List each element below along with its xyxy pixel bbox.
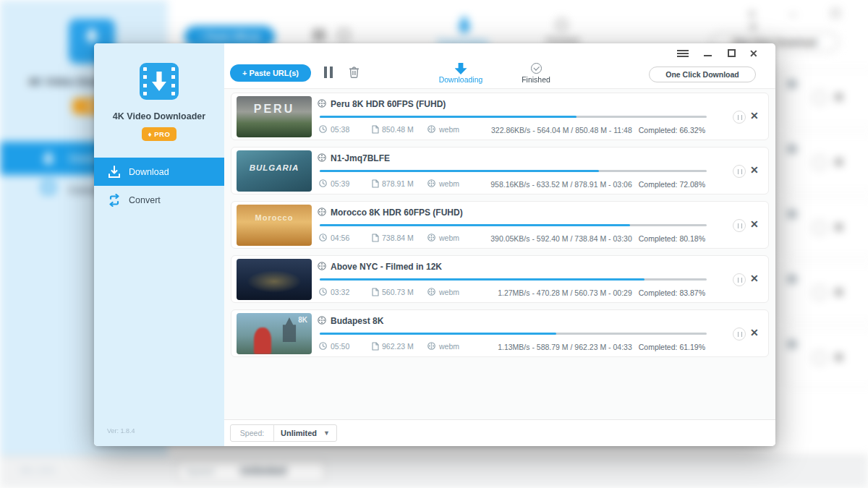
download-row: 8K Budapest 8K 05:50 962.23 M webm 1.13M… bbox=[231, 309, 769, 357]
tab-label: Downloading bbox=[428, 75, 493, 84]
minimize-icon[interactable] bbox=[704, 48, 712, 56]
clock-icon bbox=[319, 179, 327, 187]
download-stats: 958.16KB/s - 633.52 M / 878.91 M - 03:06… bbox=[490, 180, 705, 189]
sidebar-item-download[interactable]: Download bbox=[94, 158, 224, 186]
pause-button[interactable] bbox=[733, 273, 746, 286]
bg-download-row: ✕ bbox=[783, 69, 868, 126]
download-row: BULGARIA N1-Jmq7BLFE 05:39 878.91 M webm… bbox=[231, 147, 769, 194]
progress-fill bbox=[320, 333, 556, 335]
speed-progress-text: 1.27MB/s - 470.28 M / 560.73 M - 00:29 bbox=[498, 288, 632, 297]
toolbar: + Paste URL(s) Downloading Finished bbox=[224, 61, 775, 88]
completed-percent: Completed: 61.19% bbox=[639, 343, 705, 351]
download-row: PERU Peru 8K HDR 60FPS (FUHD) 05:38 850.… bbox=[231, 93, 769, 140]
clock-icon bbox=[319, 342, 327, 350]
main-area: ✕ + Paste URL(s) Downloading bbox=[224, 43, 775, 446]
download-list: PERU Peru 8K HDR 60FPS (FUHD) 05:38 850.… bbox=[224, 88, 775, 419]
maximize-icon[interactable] bbox=[728, 49, 736, 57]
pause-button[interactable] bbox=[733, 328, 746, 341]
one-click-download-button[interactable]: One Click Download bbox=[649, 67, 756, 82]
speed-progress-text: 1.13MB/s - 588.79 M / 962.23 M - 04:33 bbox=[498, 343, 632, 351]
thumbnail-label: PERU bbox=[237, 103, 312, 116]
clock-icon bbox=[319, 234, 327, 241]
download-row: Morocco Morocco 8K HDR 60FPS (FUHD) 04:5… bbox=[231, 201, 769, 249]
thumbnail bbox=[237, 259, 312, 300]
bg-version-label: Ver: 1.8.4 bbox=[20, 466, 54, 474]
file-size: 850.48 M bbox=[382, 125, 414, 134]
bg-window-controls: ≡ – ☐ ✕ bbox=[749, 7, 868, 33]
format: webm bbox=[439, 288, 459, 296]
bg-download-row: ✕ bbox=[783, 265, 868, 321]
download-icon bbox=[108, 166, 121, 179]
pause-all-icon[interactable] bbox=[324, 67, 333, 78]
thumbnail: Morocco bbox=[237, 205, 312, 246]
progress-fill bbox=[320, 224, 630, 226]
bg-pause-icon bbox=[314, 29, 318, 41]
download-stats: 1.13MB/s - 588.79 M / 962.23 M - 04:33Co… bbox=[498, 343, 705, 351]
bg-download-icon bbox=[42, 152, 55, 165]
pause-button[interactable] bbox=[733, 219, 746, 232]
bg-download-row: ✕ bbox=[783, 330, 868, 386]
speed-label: Speed: bbox=[231, 425, 274, 441]
tab-downloading[interactable]: Downloading bbox=[428, 61, 493, 84]
chevron-down-icon[interactable]: ▼ bbox=[323, 429, 330, 437]
tab-label: Finished bbox=[503, 75, 569, 84]
completed-percent: Completed: 66.32% bbox=[639, 126, 705, 134]
version-label: Ver: 1.8.4 bbox=[107, 427, 135, 435]
progress-fill bbox=[320, 170, 599, 172]
progress-track bbox=[320, 224, 707, 226]
progress-track bbox=[320, 116, 707, 118]
tab-finished[interactable]: Finished bbox=[503, 61, 569, 84]
remove-button[interactable]: ✕ bbox=[750, 164, 759, 176]
close-icon[interactable]: ✕ bbox=[749, 48, 761, 59]
screen: 4K Video Downloader PRO Download Convert… bbox=[0, 0, 868, 488]
app-name: 4K Video Downloader bbox=[94, 111, 224, 121]
pro-badge: ♦ PRO bbox=[142, 127, 176, 141]
film-reel-icon bbox=[318, 262, 326, 270]
completed-percent: Completed: 83.87% bbox=[639, 288, 705, 297]
duration: 05:39 bbox=[331, 179, 349, 188]
remove-button[interactable]: ✕ bbox=[750, 273, 759, 284]
paste-url-button[interactable]: + Paste URL(s) bbox=[230, 64, 311, 82]
bg-download-arrow-icon bbox=[85, 29, 99, 43]
file-icon bbox=[372, 288, 379, 296]
bg-download-row: ✕ bbox=[783, 200, 868, 256]
sidebar-item-label: Download bbox=[129, 167, 169, 177]
remove-button[interactable]: ✕ bbox=[750, 327, 759, 338]
file-size: 878.91 M bbox=[382, 179, 414, 188]
downloading-arrow-icon bbox=[455, 63, 467, 74]
clock-icon bbox=[319, 125, 327, 133]
pause-button[interactable] bbox=[733, 111, 746, 124]
convert-icon bbox=[108, 194, 121, 207]
completed-percent: Completed: 80.18% bbox=[639, 234, 705, 243]
remove-button[interactable]: ✕ bbox=[750, 218, 759, 230]
format: webm bbox=[439, 342, 459, 351]
download-stats: 1.27MB/s - 470.28 M / 560.73 M - 00:29Co… bbox=[498, 288, 705, 297]
thumbnail: BULGARIA bbox=[237, 150, 312, 192]
speed-progress-text: 958.16KB/s - 633.52 M / 878.91 M - 03:06 bbox=[490, 180, 632, 189]
sidebar-item-convert[interactable]: Convert bbox=[94, 186, 224, 214]
progress-track bbox=[320, 170, 707, 172]
remove-button[interactable]: ✕ bbox=[750, 110, 759, 121]
film-reel-icon bbox=[427, 179, 435, 187]
video-title: Budapest 8K bbox=[331, 316, 383, 326]
thumbnail-label: BULGARIA bbox=[237, 163, 312, 172]
duration: 04:56 bbox=[331, 234, 349, 242]
progress-track bbox=[320, 278, 707, 281]
thumbnail: PERU bbox=[237, 96, 312, 137]
menu-icon[interactable] bbox=[677, 48, 689, 59]
film-reel-icon bbox=[318, 99, 326, 108]
film-reel-icon bbox=[318, 207, 326, 216]
app-logo bbox=[140, 63, 179, 100]
speed-progress-text: 390.05KB/s - 592.40 M / 738.84 M - 03:30 bbox=[490, 234, 632, 243]
video-title: N1-Jmq7BLFE bbox=[331, 153, 390, 163]
trash-icon[interactable] bbox=[349, 66, 359, 78]
download-arrow-icon bbox=[152, 72, 166, 91]
footer-bar: Speed: Unlimited ▼ bbox=[224, 419, 775, 446]
video-title: Above NYC - Filmed in 12K bbox=[331, 262, 442, 272]
film-reel-icon bbox=[318, 316, 326, 325]
clock-icon bbox=[319, 288, 327, 296]
video-title: Morocco 8K HDR 60FPS (FUHD) bbox=[331, 207, 463, 218]
pause-button[interactable] bbox=[733, 165, 746, 178]
completed-percent: Completed: 72.08% bbox=[639, 180, 705, 189]
speed-dropdown[interactable]: Unlimited bbox=[274, 429, 323, 437]
